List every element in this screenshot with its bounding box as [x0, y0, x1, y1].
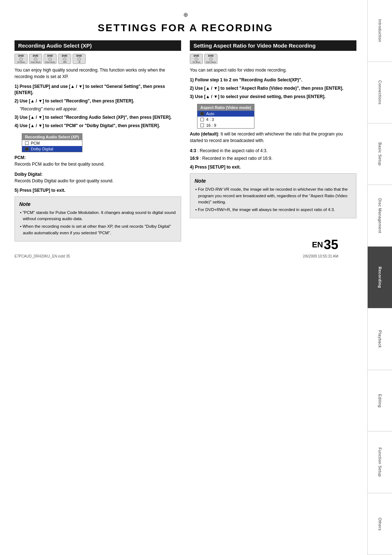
dvd-badge-video1: DVD Video Mode: [29, 54, 42, 64]
auto-checkbox: [200, 112, 204, 116]
pcm-checkbox: [25, 141, 29, 145]
aspect-item-43: 4 : 3: [197, 117, 254, 122]
right-intro-text: You can set aspect ratio for video mode …: [190, 67, 356, 73]
ratio169-checkbox: [200, 123, 204, 127]
dolby-section: Dolby Digital: Records Dolby Digital aud…: [15, 171, 181, 184]
aspect-item-auto: Auto: [197, 111, 254, 117]
sidebar-item-function-setup: Function Setup: [368, 432, 392, 493]
footer: E7PCAUD_DR420KU_EN.indd 35 2/6/2009 10:5…: [15, 254, 338, 258]
menu-item-pcm: PCM: [22, 140, 82, 146]
left-note-box: Note • "PCM" stands for Pulse Code Modul…: [15, 197, 181, 242]
footer-left: E7PCAUD_DR420KU_EN.indd 35: [15, 254, 70, 258]
left-note-bullet-2: • When the recording mode is set at othe…: [19, 223, 176, 236]
page-number-box: EN 35: [312, 237, 338, 252]
ratio-169-desc: 16:9 : Recorded in the aspect ratio of 1…: [190, 155, 356, 162]
left-step4: 4) Use [▲ / ▼] to select "PCM" or "Dolby…: [15, 123, 181, 129]
compass-top: ⊕: [15, 11, 356, 19]
sidebar-item-others: Others: [368, 493, 392, 555]
ratio43-checkbox: [200, 118, 204, 121]
sidebar-item-playback: Playback: [368, 308, 392, 370]
left-step3: 3) Use [▲ / ▼] to select "Recording Audi…: [15, 114, 181, 121]
sidebar-item-editing: Editing: [368, 370, 392, 432]
en-label: EN: [312, 240, 323, 250]
left-column: Recording Audio Select (XP) DVD VR Mode …: [15, 40, 181, 242]
two-column-layout: Recording Audio Select (XP) DVD VR Mode …: [15, 40, 356, 242]
aspect-item-169: 16 : 9: [197, 122, 254, 128]
recording-audio-menu: Recording Audio Select (XP) PCM Dolby Di…: [22, 133, 82, 152]
dvd-badges-left: DVD VR Mode DVD Video Mode DVD Video Mod…: [15, 54, 181, 64]
left-step1: 1) Press [SETUP] and use [▲ / ▼] to sele…: [15, 84, 181, 96]
sidebar-item-disc-management: Disc Management: [368, 185, 392, 247]
sidebar-item-recording: Recording: [368, 247, 392, 308]
left-step2: 2) Use [▲ / ▼] to select "Recording", th…: [15, 98, 181, 104]
page-title: SETTINGS FOR A RECORDING: [15, 22, 356, 34]
auto-desc: Auto (default): It will be recorded with…: [190, 131, 356, 144]
right-press-setup: 4) Press [SETUP] to exit.: [190, 165, 356, 170]
right-step1: 1) Follow step 1 to 2 on "Recording Audi…: [190, 77, 356, 83]
right-note-title: Note: [195, 177, 352, 185]
sidebar-item-connections: Connections: [368, 62, 392, 123]
right-sidebar: Introduction Connections Basic Setup Dis…: [367, 0, 392, 555]
dvd-badge-r: DVD +R: [73, 54, 86, 64]
pcm-section: PCM: Records PCM audio for the best qual…: [15, 154, 181, 167]
dvd-badge-right-video: DVD Video Mode: [204, 54, 217, 64]
aspect-ratio-menu: Aspect Ratio (Video mode) Auto 4 : 3 16 …: [197, 104, 254, 129]
menu-item-dolby: Dolby Digital: [22, 146, 82, 152]
sidebar-item-basic-setup: Basic Setup: [368, 123, 392, 185]
sidebar-item-introduction: Introduction: [368, 0, 392, 62]
right-step3: 3) Use [▲ / ▼] to select your desired se…: [190, 94, 356, 100]
dvd-badge-video2: DVD Video Mode: [44, 54, 57, 64]
dvd-badges-right: DVD VR Mode DVD Video Mode: [190, 54, 356, 64]
left-note-title: Note: [19, 200, 176, 208]
ratio-43-desc: 4:3 : Recorded in the aspect ratio of 4:…: [190, 147, 356, 154]
right-column: Setting Aspect Ratio for Video Mode Reco…: [190, 40, 356, 242]
main-content: ⊕ SETTINGS FOR A RECORDING Recording Aud…: [0, 0, 367, 263]
right-note-bullet-2: • For DVD+RW/+R, the image will always b…: [195, 207, 352, 213]
page-number: 35: [324, 237, 338, 252]
footer-right: 2/6/2009 10:55:31 AM: [303, 254, 338, 258]
left-note-bullet-1: • "PCM" stands for Pulse Code Modulation…: [19, 210, 176, 222]
left-intro-text: You can enjoy high quality sound recordi…: [15, 67, 181, 80]
left-step2-sub: "Recording" menu will appear.: [15, 106, 181, 112]
right-section-header: Setting Aspect Ratio for Video Mode Reco…: [190, 40, 356, 51]
right-step2: 2) Use [▲ / ▼] to select "Aspect Ratio (…: [190, 85, 356, 92]
right-note-bullet-1: • For DVD-RW VR mode, the image will be …: [195, 186, 352, 205]
aspect-table-title: Aspect Ratio (Video mode): [197, 104, 254, 111]
dvd-badge-rw: DVD +RW: [58, 54, 71, 64]
left-press-setup: 5) Press [SETUP] to exit.: [15, 188, 181, 193]
dvd-badge-vr: DVD VR Mode: [15, 54, 28, 64]
dvd-badge-right-vr: DVD VR Mode: [190, 54, 203, 64]
dolby-checkbox: [25, 147, 29, 151]
left-section-header: Recording Audio Select (XP): [15, 40, 181, 51]
right-note-box: Note • For DVD-RW VR mode, the image wil…: [190, 173, 356, 218]
menu-box-title: Recording Audio Select (XP): [22, 134, 82, 140]
